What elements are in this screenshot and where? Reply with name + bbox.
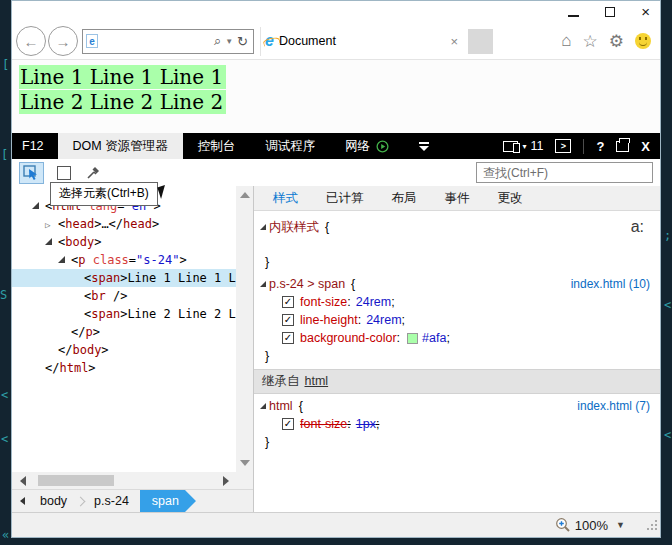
- style-rule-selector[interactable]: html: [269, 397, 293, 415]
- open-brace: {: [351, 275, 355, 293]
- styles-panel-tab[interactable]: 事件: [431, 186, 484, 211]
- tab-close-icon[interactable]: ×: [447, 34, 461, 49]
- target-selector[interactable]: ▾ 11: [503, 139, 543, 153]
- forward-button[interactable]: →: [48, 26, 78, 56]
- property-checkbox[interactable]: ✓: [282, 418, 294, 430]
- devtools-tab-label: 调试程序: [265, 138, 315, 155]
- property-value[interactable]: #afa: [422, 329, 446, 347]
- collapse-arrow-icon[interactable]: [260, 281, 266, 287]
- expand-arrow-icon[interactable]: ▷: [45, 216, 58, 234]
- collapse-arrow-icon[interactable]: [32, 197, 45, 215]
- code-token: head: [123, 217, 152, 231]
- unpin-dock-icon[interactable]: [616, 141, 629, 152]
- styles-panel-tab[interactable]: 已计算: [312, 186, 378, 211]
- dom-tree-row[interactable]: <span>Line 1 Line 1 Lir: [12, 269, 236, 287]
- styles-panel-tab[interactable]: 更改: [484, 186, 537, 211]
- devtools-tab-调试程序[interactable]: 调试程序: [250, 133, 330, 159]
- scroll-left-icon[interactable]: [20, 476, 26, 486]
- more-tabs-chevron-icon[interactable]: [419, 142, 429, 151]
- horizontal-scrollbar[interactable]: [12, 472, 253, 489]
- property-name[interactable]: font-size: [300, 415, 347, 433]
- new-tab-button[interactable]: [468, 29, 493, 54]
- browser-tab[interactable]: e Document ×: [260, 27, 465, 56]
- dom-tree-row[interactable]: <span>Line 2 Line 2 Lir: [12, 305, 253, 323]
- color-picker-button[interactable]: [86, 165, 101, 180]
- feedback-smiley-icon[interactable]: [635, 33, 651, 49]
- address-input[interactable]: [101, 34, 212, 48]
- zoom-magnifier-icon[interactable]: [555, 517, 571, 533]
- collapse-arrow-icon[interactable]: [45, 233, 58, 251]
- minimize-icon: [568, 9, 579, 17]
- show-console-button[interactable]: >: [555, 139, 571, 153]
- address-dropdown-icon[interactable]: ▼: [225, 37, 233, 46]
- zoom-level[interactable]: 100%: [575, 518, 608, 533]
- style-source-link[interactable]: index.html (10): [571, 275, 650, 293]
- dom-tree-row[interactable]: ▷<head>…</head>: [12, 215, 253, 233]
- property-colon: :: [347, 415, 350, 433]
- background-text-fragment: <: [1, 432, 8, 446]
- collapse-arrow-icon[interactable]: [260, 224, 266, 230]
- devtools-tab-控制台[interactable]: 控制台: [183, 133, 251, 159]
- home-icon[interactable]: ⌂: [561, 31, 571, 51]
- breadcrumb-back-icon[interactable]: [20, 497, 25, 505]
- dom-tree-row[interactable]: </body>: [12, 341, 253, 359]
- collapse-arrow-icon[interactable]: [260, 403, 266, 409]
- collapse-arrow-icon[interactable]: [58, 251, 71, 269]
- code-token: class: [93, 253, 129, 267]
- styles-panel-tab[interactable]: 布局: [378, 186, 431, 211]
- dom-tree-row[interactable]: </p>: [12, 323, 253, 341]
- style-source-link[interactable]: index.html (7): [577, 397, 650, 415]
- maximize-button[interactable]: [605, 5, 615, 19]
- property-value[interactable]: 24rem: [356, 293, 391, 311]
- breadcrumb-item-span[interactable]: span: [140, 490, 196, 512]
- style-rule-header: html{index.html (7): [260, 397, 660, 415]
- property-checkbox[interactable]: ✓: [282, 314, 294, 326]
- devtools-tab-网络[interactable]: 网络: [330, 133, 404, 159]
- find-input[interactable]: [476, 162, 653, 183]
- refresh-icon[interactable]: ↻: [237, 34, 248, 49]
- property-name[interactable]: font-size: [300, 293, 347, 311]
- close-button[interactable]: ×: [641, 5, 650, 19]
- scroll-down-icon[interactable]: [240, 460, 250, 466]
- settings-gear-icon[interactable]: ⚙: [609, 31, 624, 52]
- minimize-button[interactable]: [568, 5, 579, 19]
- favorites-star-icon[interactable]: ☆: [583, 31, 598, 52]
- property-name[interactable]: line-height: [300, 311, 358, 329]
- property-checkbox[interactable]: ✓: [282, 296, 294, 308]
- horizontal-scroll-thumb[interactable]: [38, 475, 114, 486]
- zoom-dropdown-icon[interactable]: ▼: [616, 520, 625, 530]
- property-name[interactable]: background-color: [300, 329, 397, 347]
- dom-tree-row[interactable]: <p class="s-24">: [12, 251, 253, 269]
- address-bar[interactable]: e ⌕ ▼ ↻: [82, 29, 254, 54]
- property-value[interactable]: 1px: [356, 415, 376, 433]
- search-icon[interactable]: ⌕: [214, 33, 221, 49]
- dom-tree-row[interactable]: </html>: [12, 359, 253, 377]
- back-button[interactable]: ←: [16, 26, 46, 56]
- open-brace: {: [325, 218, 329, 236]
- pseudo-state-toggle[interactable]: a:: [631, 218, 644, 236]
- devtools-close-button[interactable]: X: [641, 139, 650, 154]
- property-value[interactable]: 24rem: [366, 311, 401, 329]
- style-rule-selector[interactable]: p.s-24 > span: [269, 275, 345, 293]
- color-swatch-icon[interactable]: [407, 333, 418, 344]
- ie-logo-icon: e: [265, 32, 274, 50]
- breadcrumb-item-p.s-24[interactable]: p.s-24: [88, 490, 135, 512]
- property-checkbox[interactable]: ✓: [282, 332, 294, 344]
- resize-grip[interactable]: [647, 520, 657, 530]
- select-element-button[interactable]: [19, 162, 44, 184]
- scroll-up-icon[interactable]: [240, 192, 250, 198]
- code-token: "s-24": [136, 253, 179, 267]
- help-button[interactable]: ?: [596, 139, 604, 154]
- inherited-from-link[interactable]: html: [305, 374, 329, 388]
- breadcrumb-item-body[interactable]: body: [34, 490, 73, 512]
- vertical-scrollbar[interactable]: [236, 186, 253, 472]
- dom-tree-row[interactable]: <body>: [12, 233, 253, 251]
- styles-panel-tab[interactable]: 样式: [259, 186, 312, 211]
- style-rule-selector[interactable]: 内联样式: [269, 218, 319, 236]
- background-text-fragment: <: [664, 298, 671, 312]
- element-highlight-button[interactable]: [57, 166, 71, 180]
- dom-tree-row[interactable]: <br />: [12, 287, 253, 305]
- code-token: …: [101, 217, 108, 231]
- scroll-right-icon[interactable]: [223, 476, 229, 486]
- devtools-tab-dom-explorer[interactable]: DOM 资源管理器: [58, 133, 183, 159]
